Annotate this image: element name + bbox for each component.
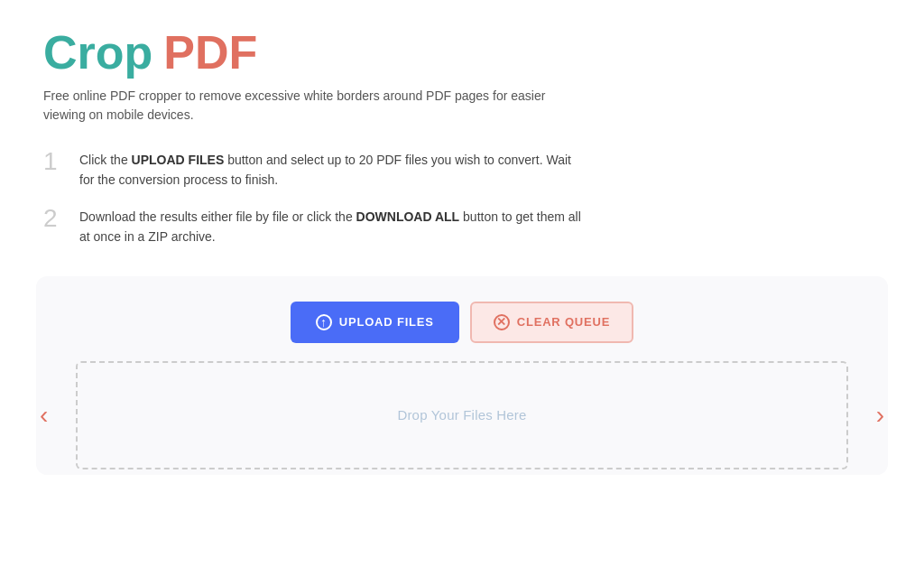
carousel-wrapper: ‹ Drop Your Files Here › — [58, 361, 866, 469]
upload-button[interactable]: ↑ UPLOAD FILES — [291, 302, 459, 343]
step-number-2: 2 — [43, 203, 65, 234]
step-text-2: Download the results either file by file… — [79, 203, 585, 247]
step-1: 1 Click the UPLOAD FILES button and sele… — [43, 146, 881, 190]
title-row: Crop PDF — [43, 29, 881, 76]
clear-button-label: CLEAR QUEUE — [517, 315, 610, 329]
title-crop: Crop — [43, 29, 152, 76]
clear-queue-button[interactable]: ✕ CLEAR QUEUE — [470, 302, 633, 343]
step-text-1: Click the UPLOAD FILES button and select… — [79, 146, 585, 190]
button-row: ↑ UPLOAD FILES ✕ CLEAR QUEUE — [58, 302, 866, 343]
carousel-left-button[interactable]: ‹ — [32, 395, 55, 435]
title-pdf: PDF — [163, 29, 257, 76]
upload-button-label: UPLOAD FILES — [339, 315, 434, 329]
page-wrapper: Crop PDF Free online PDF cropper to remo… — [0, 0, 924, 475]
clear-icon: ✕ — [494, 314, 510, 330]
right-arrow-icon: › — [876, 401, 884, 429]
drop-zone[interactable]: Drop Your Files Here — [76, 361, 848, 469]
left-arrow-icon: ‹ — [40, 401, 48, 429]
upload-icon: ↑ — [316, 314, 332, 330]
step-number-1: 1 — [43, 146, 65, 177]
carousel-right-button[interactable]: › — [869, 395, 892, 435]
subtitle: Free online PDF cropper to remove excess… — [43, 87, 549, 125]
drop-zone-placeholder: Drop Your Files Here — [397, 407, 526, 423]
step-2: 2 Download the results either file by fi… — [43, 203, 881, 247]
steps-list: 1 Click the UPLOAD FILES button and sele… — [43, 146, 881, 247]
upload-section: ↑ UPLOAD FILES ✕ CLEAR QUEUE ‹ Drop Your… — [36, 276, 888, 475]
